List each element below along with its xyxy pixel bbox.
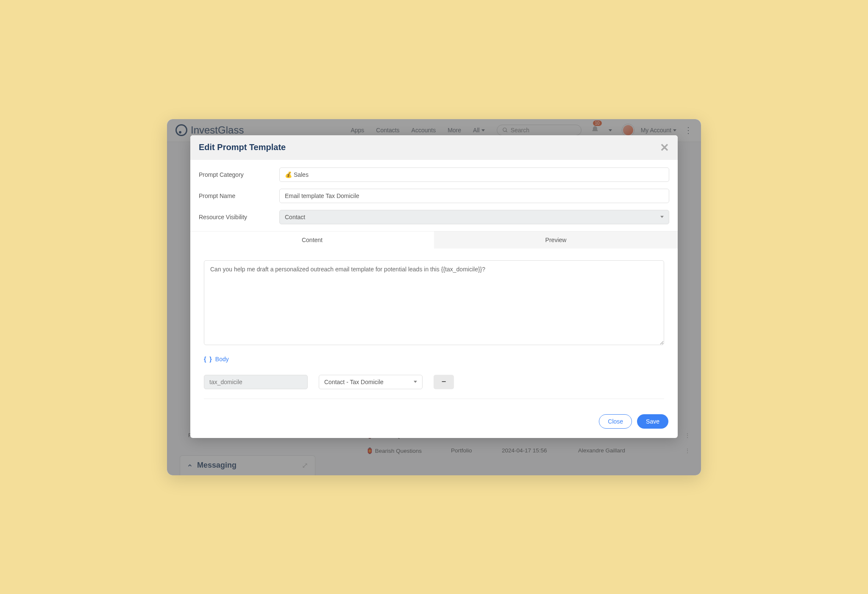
remove-variable-button[interactable]: −	[434, 375, 454, 389]
input-prompt-category[interactable]	[279, 167, 669, 182]
select-resource-visibility[interactable]: Contact	[279, 210, 669, 224]
modal-tabs: Content Preview	[190, 231, 678, 248]
close-button[interactable]: Close	[599, 414, 632, 429]
modal-footer: Close Save	[190, 407, 678, 438]
variable-row: tax_domicile Contact - Tax Domicile −	[204, 367, 664, 399]
variable-mapping-select[interactable]: Contact - Tax Domicile	[319, 375, 423, 389]
tab-preview[interactable]: Preview	[434, 231, 678, 248]
body-link-label: Body	[215, 356, 229, 363]
field-prompt-name: Prompt Name	[199, 189, 669, 203]
variable-name-field[interactable]: tax_domicile	[204, 375, 308, 389]
variable-mapping-value: Contact - Tax Domicile	[324, 379, 384, 385]
edit-prompt-template-modal: Edit Prompt Template ✕ Prompt Category P…	[190, 135, 678, 438]
content-textarea[interactable]	[204, 260, 664, 345]
tab-content[interactable]: Content	[190, 231, 434, 248]
close-icon[interactable]: ✕	[660, 142, 669, 153]
label-prompt-category: Prompt Category	[199, 171, 279, 178]
save-button[interactable]: Save	[637, 414, 668, 429]
modal-header: Edit Prompt Template ✕	[190, 135, 678, 160]
body-variables-link[interactable]: { } Body	[204, 356, 664, 363]
field-prompt-category: Prompt Category	[199, 167, 669, 182]
modal-title: Edit Prompt Template	[199, 142, 286, 152]
app-window: InvestGlass Apps Contacts Accounts More …	[167, 119, 701, 475]
chevron-down-icon	[414, 381, 417, 383]
label-resource-visibility: Resource Visibility	[199, 214, 279, 220]
select-visibility-value: Contact	[285, 214, 305, 220]
braces-icon: { }	[204, 356, 213, 363]
modal-body: Prompt Category Prompt Name Resource Vis…	[190, 160, 678, 407]
chevron-down-icon	[660, 216, 664, 218]
label-prompt-name: Prompt Name	[199, 192, 279, 199]
content-editor-area: { } Body tax_domicile Contact - Tax Domi…	[199, 248, 669, 407]
input-prompt-name[interactable]	[279, 189, 669, 203]
field-resource-visibility: Resource Visibility Contact	[199, 210, 669, 224]
